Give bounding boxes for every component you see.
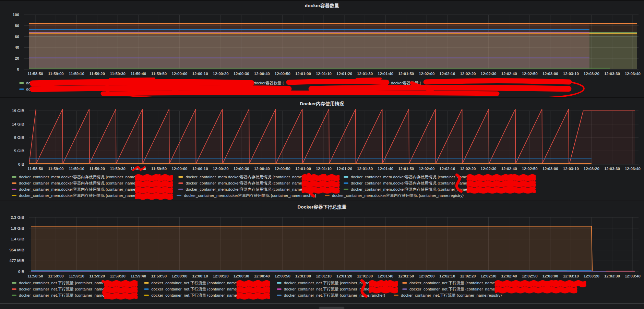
x-axis-label: 11:58:50 <box>27 167 43 171</box>
x-axis-label: 12:03:30 <box>604 167 620 171</box>
x-axis-label: 12:02:50 <box>522 167 538 171</box>
red-scribble-redaction <box>237 286 268 293</box>
red-scribble-redaction <box>467 187 531 193</box>
x-axis-label: 12:03:10 <box>563 72 579 76</box>
x-axis-label: 12:00:30 <box>234 167 249 171</box>
legend-item[interactable]: docker_container_net.下行流量 {container_nam… <box>12 292 135 298</box>
legend-item[interactable]: docker_container_mem.docker容器内存使用情况 {con… <box>12 174 170 180</box>
x-axis-label: 12:03:30 <box>604 72 620 76</box>
legend-item[interactable]: docker_container_mem.docker容器内存使用情况 {con… <box>177 192 316 199</box>
x-axis-label: 12:02:00 <box>419 72 434 76</box>
legend-item[interactable]: docker_container_net.下行流量 {container_nam… <box>144 292 268 298</box>
legend-item[interactable]: docker_container_mem.docker容器内存使用情况 {con… <box>344 174 531 180</box>
partial-panel-title <box>319 307 344 309</box>
x-axis-label: 11:59:10 <box>69 72 84 76</box>
legend-item[interactable]: docker_container_mem.docker容器内存使用情况 {con… <box>344 180 531 186</box>
legend-item[interactable]: docker_container_mem.docker容器内存使用情况 {con… <box>178 186 335 192</box>
panel-title[interactable]: Docker内存使用情况 <box>0 101 644 107</box>
legend-series-label: docker_container_net.下行流量 {container_nam… <box>284 292 371 298</box>
red-scribble-redaction <box>105 280 136 286</box>
x-axis-label: 12:01:10 <box>316 274 332 278</box>
x-axis-label: 11:59:40 <box>131 274 146 278</box>
x-axis-label: 12:00:10 <box>192 167 208 171</box>
red-scribble-redaction <box>467 180 531 187</box>
x-axis-label: 12:01:30 <box>357 274 373 278</box>
x-axis-label: 12:02:10 <box>439 72 455 76</box>
legend-item[interactable]: docker_container_mem.docker容器内存使用情况 {con… <box>325 192 464 199</box>
x-axis-label: 12:03:10 <box>563 167 579 171</box>
legend-series-label: docker_container_mem.docker容器内存使用情况 {con… <box>332 192 450 199</box>
y-axis-label: 477 MiB <box>10 259 24 263</box>
x-axis-label: 12:01:40 <box>378 167 393 171</box>
x-axis-label: 11:59:30 <box>110 167 126 171</box>
legend-series-marker <box>12 288 16 290</box>
x-axis-label: 12:03:30 <box>604 274 620 278</box>
legend-series-label: docker_container_net.下行流量 {container_nam… <box>151 286 238 292</box>
legend-item[interactable]: docker_container_mem.docker容器内存使用情况 {con… <box>178 180 335 186</box>
legend-series-marker <box>277 288 282 290</box>
y-axis-label: 0 <box>17 67 19 71</box>
legend-series-marker <box>177 195 181 196</box>
y-axis-label: 100 <box>13 13 19 17</box>
legend-series-marker <box>12 282 16 284</box>
legend-item[interactable]: docker_container_net.下行流量 {container_nam… <box>277 292 385 298</box>
x-axis-label: 12:01:10 <box>316 72 332 76</box>
legend-item[interactable]: docker_container_net.下行流量 {container_nam… <box>402 280 583 286</box>
legend-item[interactable]: docker_container_mem.docker容器内存使用情况 {con… <box>12 180 170 186</box>
legend-item[interactable]: docker_container_net.下行流量 {container_nam… <box>402 286 572 292</box>
legend-row[interactable]: docdocker容器数量 {docker容器数量 { <box>0 80 644 86</box>
legend-item[interactable]: docker_container_net.下行流量 {container_nam… <box>144 280 268 286</box>
x-axis-label: 12:03:00 <box>542 72 558 76</box>
legend-series-label: docker_container_net.下行流量 {container_nam… <box>401 292 488 298</box>
panel-docker-memory-usage: Docker内存使用情况 0 B5 GiB9 GiB14 GiB19 GiB11… <box>0 98 644 200</box>
legend-series-marker <box>12 295 16 296</box>
legend-series-label: docker_container_mem.docker容器内存使用情况 {con… <box>351 180 468 186</box>
x-axis-label: 12:01:10 <box>316 167 332 171</box>
legend-series-marker <box>19 88 24 90</box>
red-scribble-redaction <box>237 293 268 299</box>
legend-item[interactable]: docker_container_mem.docker容器内存使用情况 {con… <box>12 186 170 192</box>
panel-title[interactable]: docker容器数量 <box>0 3 644 9</box>
y-axis-label: 19 GiB <box>12 109 24 113</box>
legend-item[interactable]: docker_container_mem.docker容器内存使用情况 {con… <box>178 174 335 180</box>
legend-series-marker <box>178 189 183 190</box>
legend: docker_container_net.下行流量 {container_nam… <box>12 280 641 298</box>
red-scribble-redaction <box>136 187 170 193</box>
legend-item[interactable]: docker_container_net.下行流量 {container_nam… <box>144 286 268 292</box>
legend-item[interactable]: docker_container_net.下行流量 {container_nam… <box>277 286 394 292</box>
legend-series-label: docker_container_net.下行流量 {container_nam… <box>19 280 106 286</box>
x-axis-label: 12:01:30 <box>357 72 373 76</box>
legend-series-marker <box>144 288 149 290</box>
legend-series-label: docker_container_net.下行流量 {container_nam… <box>284 280 371 286</box>
legend-label-fragment: doc <box>26 80 33 86</box>
red-scribble-redaction <box>105 286 136 293</box>
legend-series-marker <box>178 176 183 178</box>
y-axis-label: 5 GiB <box>14 149 24 153</box>
panel-title[interactable]: Docker容器下行总流量 <box>0 204 644 210</box>
x-axis-label: 12:00:40 <box>254 274 270 278</box>
legend-series-marker <box>277 295 282 296</box>
x-axis-label: 12:02:40 <box>501 72 517 76</box>
legend-series-label: docker_container_net.下行流量 {container_nam… <box>409 280 496 286</box>
x-axis-label: 12:01:30 <box>357 167 373 171</box>
legend-series-marker <box>12 176 16 178</box>
legend-item[interactable]: docker_container_net.下行流量 {container_nam… <box>394 292 502 298</box>
legend-item[interactable]: docker_container_mem.docker容器内存使用情况 {con… <box>344 186 531 192</box>
legend-item[interactable]: docker_container_mem.docker容器内存使用情况 {con… <box>12 192 168 199</box>
legend-item[interactable]: docker_container_net.下行流量 {container_nam… <box>12 286 135 292</box>
x-axis-label: 12:02:10 <box>439 274 455 278</box>
legend-series-label: docker_container_net.下行流量 {container_nam… <box>151 280 238 286</box>
legend-series-label: docker_container_net.下行流量 {container_nam… <box>284 286 371 292</box>
legend-item[interactable]: docker_container_net.下行流量 {container_nam… <box>277 280 394 286</box>
x-axis-label: 12:03:20 <box>584 274 599 278</box>
x-axis-label: 12:02:00 <box>419 167 434 171</box>
x-axis-label: 12:00:20 <box>213 72 229 76</box>
y-axis-label: 14 GiB <box>12 122 24 126</box>
y-axis-label: 1.4 GiB <box>11 237 24 241</box>
x-axis-label: 12:03:00 <box>542 274 558 278</box>
x-axis-label: 12:02:20 <box>460 167 476 171</box>
y-axis-label: 40 <box>15 45 19 49</box>
x-axis-label: 11:58:50 <box>27 72 43 76</box>
legend-row[interactable]: do <box>0 86 644 92</box>
legend-item[interactable]: docker_container_net.下行流量 {container_nam… <box>12 280 135 286</box>
